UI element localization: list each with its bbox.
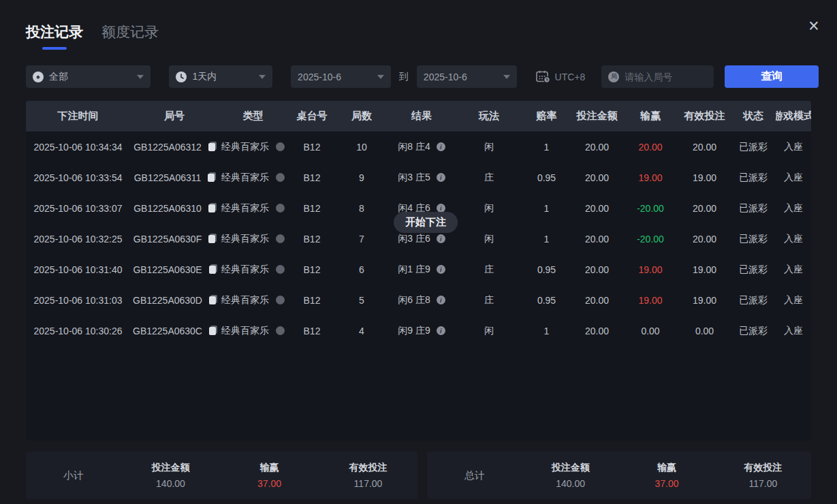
cell-text: B12 — [304, 326, 321, 336]
column-header: 局数 — [336, 110, 387, 123]
game-type-icon — [276, 204, 285, 212]
cell-game-id: GB1225A0630F — [130, 234, 219, 245]
cell-odds: 1 — [522, 203, 571, 214]
cell-text: 20.00 — [585, 172, 609, 183]
cell-text: 1 — [544, 142, 550, 153]
cell-result: 闲8 庄4i — [387, 141, 456, 153]
column-header: 投注金额 — [571, 110, 622, 123]
cell-game-id: GB1225A0630C — [130, 326, 219, 336]
cell-time: 2025-10-06 10:30:26 — [26, 326, 130, 336]
info-icon[interactable]: i — [437, 326, 445, 335]
cell-mode: 入座 — [776, 172, 811, 184]
info-icon[interactable]: i — [437, 265, 445, 274]
cell-table-no: B12 — [287, 172, 336, 183]
cell-status: 已派彩 — [731, 233, 776, 245]
cell-mode: 入座 — [776, 233, 811, 245]
cell-time: 2025-10-06 10:33:54 — [26, 172, 130, 183]
cell-round: 10 — [336, 142, 387, 153]
cell-round: 4 — [336, 326, 387, 336]
cell-text: 19.00 — [638, 172, 662, 183]
game-type-icon — [276, 234, 285, 243]
cell-table-no: B12 — [287, 295, 336, 306]
table-row: 2025-10-06 10:31:03GB1225A0630D经典百家乐B125… — [26, 285, 811, 315]
search-input[interactable] — [625, 72, 707, 82]
tab-bet-records[interactable]: 投注记录 — [26, 22, 83, 50]
cell-play: 闲 — [456, 233, 522, 245]
cell-text: 入座 — [784, 202, 803, 215]
cell-type: 经典百家乐 — [219, 172, 287, 184]
cell-text: 已派彩 — [739, 233, 768, 245]
game-id-search[interactable]: 局 — [601, 65, 714, 88]
cell-text: 庄 — [484, 172, 494, 184]
info-icon[interactable]: i — [437, 296, 445, 304]
table-row: 2025-10-06 10:31:40GB1225A0630E经典百家乐B126… — [26, 254, 811, 285]
cell-text: -20.00 — [637, 234, 664, 245]
cell-bet: 20.00 — [571, 326, 622, 336]
date-from-value: 2025-10-6 — [298, 72, 341, 82]
cell-text: 已派彩 — [739, 294, 768, 306]
cell-play: 庄 — [456, 172, 522, 184]
date-from-select[interactable]: 2025-10-6 — [291, 65, 391, 88]
cell-text: 2025-10-06 10:34:34 — [34, 142, 123, 153]
chevron-down-icon — [377, 75, 384, 79]
column-header: 赔率 — [522, 110, 571, 123]
cell-text: 经典百家乐 — [221, 202, 269, 215]
chevron-down-icon — [503, 75, 510, 79]
copy-icon[interactable] — [208, 235, 215, 243]
copy-icon[interactable] — [208, 174, 215, 182]
cell-valid: 20.00 — [678, 234, 731, 245]
cell-text: 闲 — [484, 233, 494, 245]
cell-text: B12 — [304, 142, 321, 153]
time-range-select[interactable]: 1天内 — [169, 65, 272, 88]
cell-win: 19.00 — [622, 295, 678, 306]
cell-status: 已派彩 — [731, 141, 776, 153]
info-icon[interactable]: i — [437, 173, 445, 182]
game-type-select[interactable]: ♠ 全部 — [26, 65, 151, 88]
cell-text: 经典百家乐 — [221, 172, 269, 184]
cell-win: 19.00 — [622, 264, 678, 275]
cell-text: 9 — [359, 172, 364, 183]
cell-text: 入座 — [784, 141, 803, 153]
close-icon[interactable]: × — [803, 15, 825, 37]
copy-icon[interactable] — [209, 266, 216, 274]
cell-text: 庄 — [484, 264, 494, 276]
cell-text: 经典百家乐 — [221, 294, 269, 306]
copy-icon[interactable] — [209, 327, 216, 335]
cell-text: 19.00 — [693, 264, 716, 275]
cell-status: 已派彩 — [731, 172, 776, 184]
tab-quota-records[interactable]: 额度记录 — [101, 22, 159, 50]
cell-text: GB1225A0630D — [133, 295, 202, 306]
cell-round: 8 — [336, 203, 387, 214]
cell-text: 已派彩 — [739, 325, 768, 337]
copy-icon[interactable] — [208, 204, 215, 212]
copy-icon[interactable] — [209, 296, 216, 304]
cell-type: 经典百家乐 — [219, 202, 287, 215]
cell-text: 闲6 庄8 — [398, 294, 430, 306]
cell-odds: 0.95 — [522, 264, 571, 275]
cell-text: 闲3 庄5 — [398, 172, 430, 184]
total-label: 总计 — [427, 469, 522, 482]
table-row: 2025-10-06 10:30:26GB1225A0630C经典百家乐B124… — [26, 315, 811, 346]
info-icon[interactable]: i — [437, 142, 445, 151]
date-to-select[interactable]: 2025-10-6 — [417, 65, 517, 88]
cell-status: 已派彩 — [731, 294, 776, 306]
spade-icon: ♠ — [33, 72, 44, 82]
column-header: 游戏模式 — [776, 110, 811, 123]
cell-text: 闲3 庄6 — [398, 233, 430, 245]
cell-text: 20.00 — [693, 234, 716, 245]
cell-mode: 入座 — [776, 141, 811, 153]
cell-round: 7 — [336, 234, 387, 245]
cell-odds: 1 — [522, 142, 571, 153]
cell-play: 闲 — [456, 141, 522, 153]
cell-time: 2025-10-06 10:32:25 — [26, 234, 130, 245]
cell-bet: 20.00 — [571, 203, 622, 214]
column-header: 状态 — [731, 110, 776, 123]
info-icon[interactable]: i — [437, 234, 445, 243]
copy-icon[interactable] — [208, 143, 215, 151]
game-type-icon — [276, 173, 285, 182]
query-button[interactable]: 查询 — [725, 65, 819, 88]
cell-valid: 20.00 — [678, 142, 731, 153]
cell-text: 6 — [359, 264, 364, 275]
cell-time: 2025-10-06 10:31:40 — [26, 264, 130, 275]
cell-text: 20.00 — [638, 142, 662, 153]
